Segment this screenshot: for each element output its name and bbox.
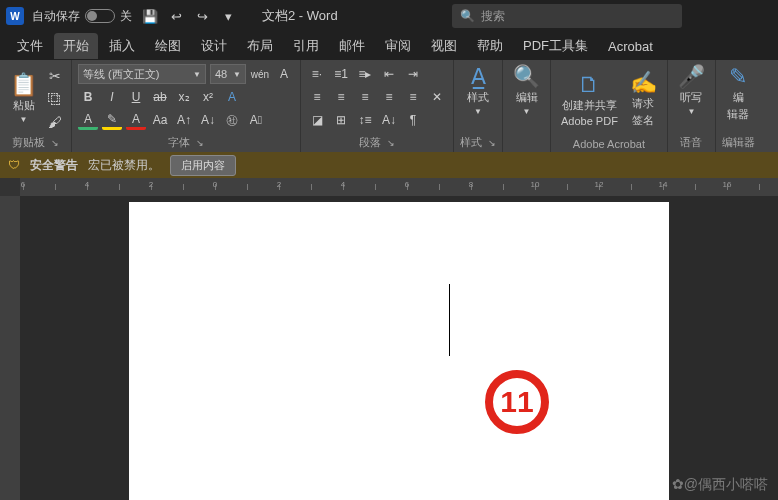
superscript-button[interactable]: x² — [198, 87, 218, 107]
show-marks-icon[interactable]: ¶ — [403, 110, 423, 130]
tab-design[interactable]: 设计 — [192, 33, 236, 59]
document-canvas[interactable] — [20, 196, 778, 500]
request-sign-button[interactable]: ✍ 请求 签名 — [626, 70, 661, 130]
security-warning-bar: 🛡 安全警告 宏已被禁用。 启用内容 — [0, 152, 778, 178]
grow-font-icon[interactable]: A↑ — [174, 110, 194, 130]
tab-review[interactable]: 审阅 — [376, 33, 420, 59]
borders-icon[interactable]: ⊞ — [331, 110, 351, 130]
tab-insert[interactable]: 插入 — [100, 33, 144, 59]
styles-button[interactable]: A̲ 样式 ▼ — [460, 64, 496, 118]
styles-icon: A̲ — [471, 66, 486, 88]
group-styles: A̲ 样式 ▼ 样式↘ — [454, 60, 503, 152]
workspace — [0, 196, 778, 500]
dictate-button[interactable]: 🎤 听写 ▼ — [674, 64, 709, 118]
horizontal-ruler[interactable]: 6420246810121416 — [0, 178, 778, 196]
search-icon: 🔍 — [460, 9, 475, 23]
page[interactable] — [129, 202, 669, 500]
shading-icon[interactable]: ◪ — [307, 110, 327, 130]
tab-draw[interactable]: 绘图 — [146, 33, 190, 59]
launcher-icon[interactable]: ↘ — [387, 138, 395, 148]
vertical-ruler[interactable] — [0, 196, 20, 500]
autosave-label: 自动保存 — [32, 8, 80, 25]
tab-home[interactable]: 开始 — [54, 33, 98, 59]
save-icon[interactable]: 💾 — [140, 6, 160, 26]
clipboard-group-label: 剪贴板↘ — [6, 133, 65, 150]
align-right-icon[interactable]: ≡ — [355, 87, 375, 107]
underline-button[interactable]: U — [126, 87, 146, 107]
subscript-button[interactable]: x₂ — [174, 87, 194, 107]
chevron-down-icon: ▼ — [474, 107, 482, 116]
search-box[interactable]: 🔍 搜索 — [452, 4, 682, 28]
cut-icon[interactable]: ✂ — [45, 66, 65, 86]
sort-icon[interactable]: A↓ — [379, 110, 399, 130]
highlight-color-icon[interactable]: A — [78, 110, 98, 130]
editing-button[interactable]: 🔍 编辑 ▼ — [509, 64, 544, 118]
format-painter-icon[interactable]: 🖌 — [45, 112, 65, 132]
paragraph-group-label: 段落↘ — [307, 133, 447, 150]
title-bar: W 自动保存 关 💾 ↩ ↪ ▾ 文档2 - Word 🔍 搜索 — [0, 0, 778, 32]
undo-icon[interactable]: ↩ — [166, 6, 186, 26]
highlight-pen-icon[interactable]: ✎ — [102, 110, 122, 130]
circled-char-icon[interactable]: ㊓ — [222, 110, 242, 130]
line-spacing-icon[interactable]: ↕≡ — [355, 110, 375, 130]
character-border-icon[interactable]: A — [274, 64, 294, 84]
align-distributed-icon[interactable]: ≡ — [403, 87, 423, 107]
copy-icon[interactable]: ⿻ — [45, 89, 65, 109]
editor-button[interactable]: ✎ 编 辑器 — [722, 64, 755, 124]
change-case-icon[interactable]: Aa — [150, 110, 170, 130]
paste-button[interactable]: 📋 粘贴 ▼ — [6, 72, 41, 126]
sign-icon: ✍ — [630, 72, 657, 94]
styles-group-label: 样式↘ — [460, 133, 496, 150]
acrobat-group-label: Adobe Acrobat — [557, 136, 661, 150]
text-effects-icon[interactable]: A — [222, 87, 242, 107]
bold-button[interactable]: B — [78, 87, 98, 107]
shrink-font-icon[interactable]: A↓ — [198, 110, 218, 130]
font-name-select[interactable]: 等线 (西文正文)▼ — [78, 64, 206, 84]
group-acrobat: 🗋 创建并共享 Adobe PDF ✍ 请求 签名 Adobe Acrobat — [551, 60, 668, 152]
italic-button[interactable]: I — [102, 87, 122, 107]
launcher-icon[interactable]: ↘ — [488, 138, 496, 148]
tab-references[interactable]: 引用 — [284, 33, 328, 59]
create-pdf-button[interactable]: 🗋 创建并共享 Adobe PDF — [557, 72, 622, 129]
tab-mailings[interactable]: 邮件 — [330, 33, 374, 59]
font-color-icon[interactable]: A — [126, 110, 146, 130]
align-center-icon[interactable]: ≡ — [331, 87, 351, 107]
numbering-icon[interactable]: ≡1 — [331, 64, 351, 84]
enable-content-button[interactable]: 启用内容 — [170, 155, 236, 176]
warning-title: 安全警告 — [30, 157, 78, 174]
annotation-circle: 11 — [485, 370, 549, 434]
autosave-state: 关 — [120, 8, 132, 25]
phonetic-guide-icon[interactable]: wén — [250, 64, 270, 84]
tab-view[interactable]: 视图 — [422, 33, 466, 59]
launcher-icon[interactable]: ↘ — [51, 138, 59, 148]
annotation-number: 11 — [500, 385, 533, 419]
editor-group-label: 编辑器 — [722, 133, 755, 150]
ribbon: 📋 粘贴 ▼ ✂ ⿻ 🖌 剪贴板↘ 等线 (西文正文)▼ 48▼ wén A B… — [0, 60, 778, 152]
toggle-switch-icon[interactable] — [85, 9, 115, 23]
multilevel-list-icon[interactable]: ≡▸ — [355, 64, 375, 84]
align-left-icon[interactable]: ≡ — [307, 87, 327, 107]
warning-message: 宏已被禁用。 — [88, 157, 160, 174]
ribbon-tabs: 文件 开始 插入 绘图 设计 布局 引用 邮件 审阅 视图 帮助 PDF工具集 … — [0, 32, 778, 60]
tab-file[interactable]: 文件 — [8, 33, 52, 59]
asian-layout-icon[interactable]: ✕ — [427, 87, 447, 107]
align-justify-icon[interactable]: ≡ — [379, 87, 399, 107]
clear-format-icon[interactable]: A⃰ — [246, 110, 266, 130]
bullets-icon[interactable]: ≡· — [307, 64, 327, 84]
decrease-indent-icon[interactable]: ⇤ — [379, 64, 399, 84]
group-clipboard: 📋 粘贴 ▼ ✂ ⿻ 🖌 剪贴板↘ — [0, 60, 72, 152]
strikethrough-button[interactable]: ab — [150, 87, 170, 107]
find-icon: 🔍 — [513, 66, 540, 88]
font-size-select[interactable]: 48▼ — [210, 64, 246, 84]
tab-layout[interactable]: 布局 — [238, 33, 282, 59]
customize-qa-icon[interactable]: ▾ — [218, 6, 238, 26]
autosave-toggle[interactable]: 自动保存 关 — [32, 8, 132, 25]
group-voice: 🎤 听写 ▼ 语音 — [668, 60, 716, 152]
group-editor: ✎ 编 辑器 编辑器 — [716, 60, 761, 152]
increase-indent-icon[interactable]: ⇥ — [403, 64, 423, 84]
tab-help[interactable]: 帮助 — [468, 33, 512, 59]
launcher-icon[interactable]: ↘ — [196, 138, 204, 148]
tab-acrobat[interactable]: Acrobat — [599, 35, 662, 58]
tab-pdf[interactable]: PDF工具集 — [514, 33, 597, 59]
redo-icon[interactable]: ↪ — [192, 6, 212, 26]
